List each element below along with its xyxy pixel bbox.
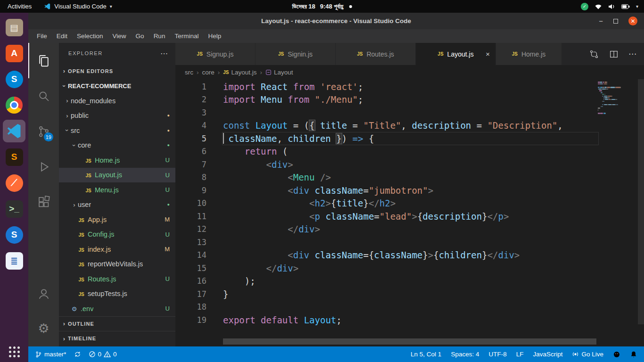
tree-item-react-ecommerce[interactable]: ›REACT-ECOMMERCE (59, 79, 175, 94)
code-line-text[interactable]: <h2>{title}</h2> (206, 198, 396, 208)
tree-item-outline[interactable]: ›OUTLINE (59, 316, 175, 331)
code-line-text[interactable]: <Menu /> (206, 172, 331, 182)
bell-icon[interactable] (630, 351, 637, 358)
tree-item-config-js[interactable]: JSConfig.jsU (59, 227, 175, 242)
menu-item-file[interactable]: File (32, 29, 52, 43)
horizontal-scrollbar[interactable] (223, 338, 596, 345)
tree-item-label: setupTests.js (88, 290, 127, 297)
tree-item-setuptests-js[interactable]: JSsetupTests.js (59, 287, 175, 302)
breadcrumb-item-layout[interactable]: Layout (265, 69, 293, 76)
explorer-icon[interactable] (28, 43, 59, 78)
tree-item-home-js[interactable]: JSHome.jsU (59, 153, 175, 168)
show-applications-button[interactable] (9, 346, 20, 357)
open-changes-icon[interactable] (589, 49, 599, 59)
ubuntu-software-icon[interactable]: A (3, 42, 25, 65)
git-branch-status[interactable]: master* (35, 351, 66, 358)
more-actions-icon[interactable]: ⋯ (628, 49, 636, 59)
skype-icon[interactable]: S (3, 68, 25, 90)
code-line-text[interactable]: <div className="jumbotron"> (206, 185, 433, 196)
code-line-text[interactable]: </div> (206, 224, 320, 234)
minimize-button[interactable]: − (599, 17, 603, 25)
menu-item-go[interactable]: Go (131, 29, 149, 43)
document-app-icon[interactable]: ≣ (3, 249, 25, 272)
tab-routes-js[interactable]: JSRoutes.js (336, 43, 416, 65)
code-line-text[interactable]: const Layout = ({ title = "Title", descr… (206, 120, 563, 131)
tree-item-public[interactable]: ›public● (59, 108, 175, 123)
code-line-text[interactable]: } (206, 289, 228, 299)
close-tab-icon[interactable]: × (486, 50, 490, 58)
sync-status[interactable] (74, 351, 81, 358)
tab-layout-js[interactable]: JSLayout.js× (416, 43, 496, 65)
feedback-icon[interactable] (613, 351, 620, 358)
menu-item-run[interactable]: Run (149, 29, 170, 43)
tab-signin-js[interactable]: JSSignin.js (256, 43, 336, 65)
close-button[interactable]: ✕ (628, 16, 637, 25)
tree-item-timeline[interactable]: ›TIMELINE (59, 331, 175, 346)
activities-button[interactable]: Activities (0, 0, 39, 13)
code-line-text[interactable]: </div> (206, 263, 298, 273)
code-editor[interactable]: 1import React from 'react';2import Menu … (175, 79, 644, 346)
vscode-icon[interactable] (3, 120, 25, 142)
line-number: 4 (175, 121, 206, 130)
terminal-icon[interactable]: >_ (3, 197, 25, 220)
tree-item-routes-js[interactable]: JSRoutes.jsU (59, 272, 175, 287)
system-tray[interactable]: ✓ ▾ (581, 3, 644, 10)
problems-status[interactable]: 0 0 (89, 351, 117, 358)
more-actions-icon[interactable]: ⋯ (160, 49, 169, 58)
code-line-text[interactable]: className, children }) => { (206, 133, 374, 144)
vertical-scrollbar[interactable] (638, 79, 644, 324)
tree-item-layout-js[interactable]: JSLayout.jsU (59, 168, 175, 183)
tree-item-index-js[interactable]: JSindex.jsM (59, 242, 175, 257)
eol-sequence[interactable]: LF (516, 351, 524, 358)
chrome-icon[interactable] (3, 94, 25, 116)
source-control-icon[interactable]: 19 (28, 114, 59, 149)
tree-item-user[interactable]: ›user● (59, 197, 175, 213)
code-line-text[interactable]: <div> (206, 159, 293, 170)
tree-item-reportwebvitals-js[interactable]: JSreportWebVitals.js (59, 257, 175, 272)
code-line-text[interactable]: <p className="lead">{description}</p> (206, 211, 509, 222)
menu-item-terminal[interactable]: Terminal (170, 29, 203, 43)
tree-item-app-js[interactable]: JSApp.jsM (59, 212, 175, 227)
code-line-text[interactable]: export default Layout; (206, 315, 342, 325)
menu-item-help[interactable]: Help (203, 29, 226, 43)
maximize-button[interactable] (613, 19, 618, 24)
menu-item-selection[interactable]: Selection (72, 29, 108, 43)
menu-item-view[interactable]: View (108, 29, 131, 43)
tree-item-src[interactable]: ›src● (59, 123, 175, 138)
tree-item-open-editors[interactable]: ›OPEN EDITORS (59, 64, 175, 79)
settings-gear-icon[interactable]: ⚙ (28, 311, 59, 346)
account-icon[interactable] (28, 276, 59, 311)
tree-item-menu-js[interactable]: JSMenu.jsU (59, 182, 175, 197)
cursor-position[interactable]: Ln 5, Col 1 (411, 351, 441, 358)
breadcrumb-item-core[interactable]: core (202, 69, 215, 76)
language-mode[interactable]: JavaScript (533, 351, 562, 358)
tab-signup-js[interactable]: JSSignup.js (175, 43, 256, 65)
menu-item-edit[interactable]: Edit (52, 29, 72, 43)
run-debug-icon[interactable] (28, 149, 59, 184)
code-line-text[interactable]: return ( (206, 146, 288, 156)
code-line-text[interactable]: import React from 'react'; (206, 82, 363, 92)
indentation[interactable]: Spaces: 4 (451, 351, 479, 358)
encoding[interactable]: UTF-8 (488, 351, 506, 358)
minimap[interactable] (598, 82, 634, 115)
files-app-icon[interactable]: ▤ (3, 16, 25, 39)
clock[interactable]: ডিসেম্বর 18 9:48 পূর্বাহ্ণ (292, 3, 352, 10)
app-menu[interactable]: Visual Studio Code ▾ (39, 0, 116, 13)
blue-s-app-icon[interactable]: S (3, 223, 25, 246)
tree-item-node-modules[interactable]: ›node_modules (59, 93, 175, 108)
extensions-icon[interactable] (28, 184, 59, 220)
tab-home-js[interactable]: JSHome.js (496, 43, 562, 65)
go-live-button[interactable]: Go Live (572, 351, 603, 358)
breadcrumb-item-src[interactable]: src (185, 69, 193, 76)
sublime-text-icon[interactable]: S (3, 146, 25, 168)
search-icon[interactable] (28, 78, 59, 114)
code-line-text[interactable]: ); (206, 276, 256, 286)
tree-item-env[interactable]: ⚙.envU (59, 301, 175, 316)
minimap-line (598, 92, 634, 93)
code-line-text[interactable]: import Menu from "./Menu"; (206, 94, 363, 105)
postman-icon[interactable]: ⟋ (3, 172, 25, 194)
breadcrumb-item-layout-js[interactable]: JSLayout.js (223, 69, 256, 76)
split-editor-icon[interactable] (609, 49, 619, 59)
tree-item-core[interactable]: ›core● (59, 138, 175, 153)
code-line-text[interactable]: <div className={className}>{children}</d… (206, 250, 520, 260)
